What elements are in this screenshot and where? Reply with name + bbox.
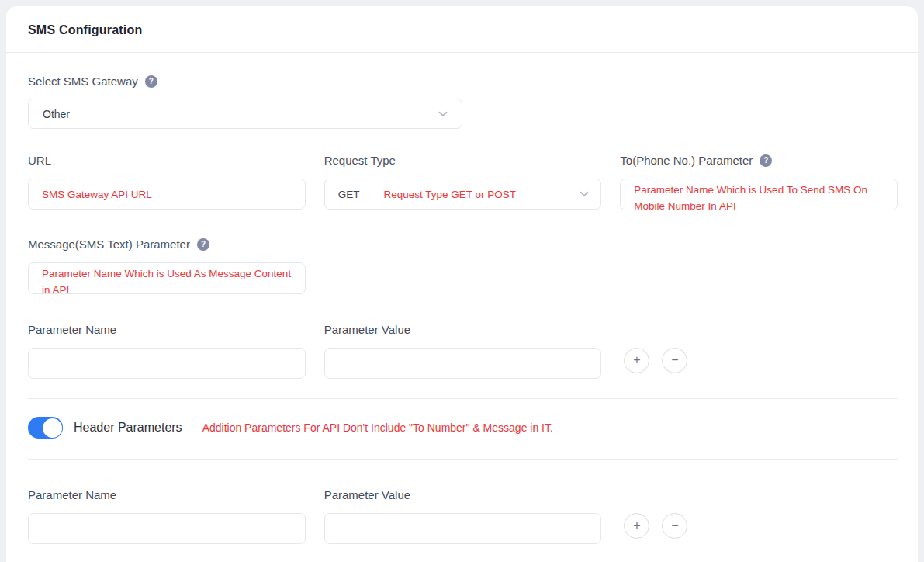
- param-row-actions: + −: [620, 342, 898, 379]
- header-parameter-row: Parameter Name Parameter Value + −: [28, 488, 898, 544]
- url-input[interactable]: [28, 179, 306, 210]
- chevron-down-icon: [438, 111, 448, 117]
- to-param-label: To(Phone No.) Parameter: [620, 154, 753, 167]
- add-parameter-button[interactable]: +: [624, 513, 649, 539]
- param-value-input[interactable]: [324, 348, 602, 379]
- message-param-label-row: Message(SMS Text) Parameter ?: [28, 238, 209, 251]
- url-label: URL: [28, 154, 51, 167]
- gateway-label: Select SMS Gateway: [28, 75, 138, 88]
- header-parameters-row: Header Parameters Addition Parameters Fo…: [28, 417, 898, 439]
- request-type-select[interactable]: GET Request Type GET or POST: [324, 179, 602, 210]
- chevron-down-icon: [580, 191, 589, 197]
- request-type-selected-value: GET: [338, 189, 360, 200]
- api-fields-row: URL Request Type GET Request Type GET or…: [28, 154, 898, 213]
- help-icon[interactable]: ?: [197, 238, 209, 251]
- param-value-column: Parameter Value: [324, 488, 602, 544]
- param-name-column: Parameter Name: [28, 488, 306, 544]
- message-param-label: Message(SMS Text) Parameter: [28, 238, 190, 251]
- to-param-input[interactable]: [620, 179, 898, 210]
- sms-configuration-card: SMS Configuration Select SMS Gateway ? O…: [6, 6, 918, 562]
- param-value-column: Parameter Value: [324, 323, 602, 379]
- request-type-hint: Request Type GET or POST: [383, 189, 516, 200]
- url-column: URL: [28, 154, 306, 213]
- request-type-label: Request Type: [324, 154, 396, 167]
- add-parameter-button[interactable]: +: [624, 348, 649, 373]
- toggle-knob: [43, 418, 62, 438]
- header-parameters-toggle[interactable]: [28, 417, 63, 439]
- remove-parameter-button[interactable]: −: [662, 513, 687, 539]
- param-name-input[interactable]: [28, 348, 306, 379]
- help-icon[interactable]: ?: [145, 75, 157, 88]
- gateway-label-row: Select SMS Gateway ?: [28, 75, 157, 88]
- param-name-label: Parameter Name: [28, 488, 306, 501]
- divider: [28, 459, 898, 460]
- param-name-column: Parameter Name: [28, 323, 306, 379]
- page-title: SMS Configuration: [28, 23, 896, 37]
- param-name-label: Parameter Name: [28, 323, 306, 336]
- header-parameters-label: Header Parameters: [74, 421, 182, 435]
- param-name-input[interactable]: [28, 513, 306, 544]
- remove-parameter-button[interactable]: −: [662, 348, 687, 373]
- card-body: Select SMS Gateway ? Other URL Request T…: [6, 53, 918, 562]
- request-type-column: Request Type GET Request Type GET or POS…: [324, 154, 602, 213]
- to-param-label-row: To(Phone No.) Parameter ?: [620, 154, 772, 167]
- param-value-label: Parameter Value: [324, 323, 602, 336]
- param-value-input[interactable]: [324, 513, 602, 544]
- help-icon[interactable]: ?: [760, 154, 772, 167]
- card-header: SMS Configuration: [6, 6, 918, 53]
- param-row-actions: + −: [620, 507, 898, 544]
- message-param-section: Message(SMS Text) Parameter ?: [28, 238, 898, 297]
- header-parameters-note: Addition Parameters For API Don't Includ…: [202, 422, 553, 434]
- gateway-selected-value: Other: [43, 108, 70, 120]
- query-parameter-row: Parameter Name Parameter Value + −: [28, 323, 898, 379]
- divider: [28, 398, 898, 399]
- param-value-label: Parameter Value: [324, 488, 602, 501]
- gateway-section: Select SMS Gateway ? Other: [28, 75, 898, 129]
- gateway-select[interactable]: Other: [28, 99, 462, 129]
- to-param-column: To(Phone No.) Parameter ?: [620, 154, 898, 213]
- message-param-input[interactable]: [28, 262, 306, 294]
